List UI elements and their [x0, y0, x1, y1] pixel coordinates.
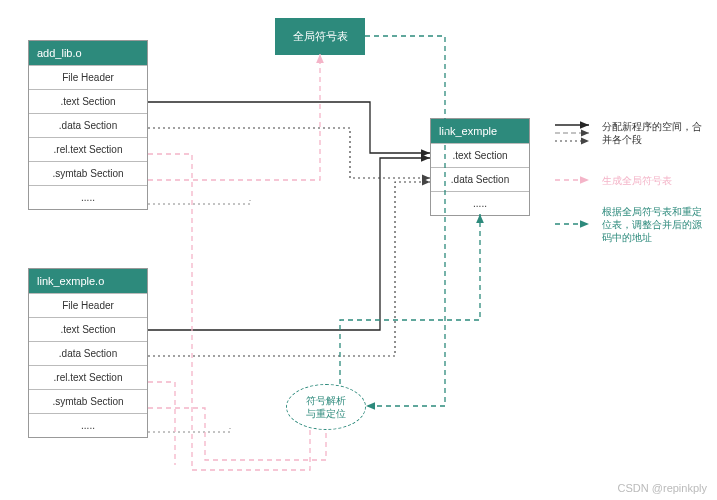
- box-link-exmple-o-header: link_exmple.o: [29, 269, 147, 293]
- arrow-obj1-data-to-output: [148, 128, 430, 178]
- global-symbol-table: 全局符号表: [275, 18, 365, 55]
- box-add-lib-row: .text Section: [29, 89, 147, 113]
- box-link-exmple-o-row: .data Section: [29, 341, 147, 365]
- legend-entry-reloc: 根据全局符号表和重定位表，调整合并后的源码中的地址: [555, 205, 702, 244]
- box-link-exmple-o: link_exmple.o File Header .text Section …: [28, 268, 148, 438]
- arrow-obj2-rest-to-output: [148, 428, 230, 432]
- arrow-obj2-data-to-output: [148, 182, 430, 356]
- watermark: CSDN @repinkply: [618, 482, 707, 494]
- box-link-exmple-o-row: File Header: [29, 293, 147, 317]
- arrow-global-to-ellipse: [365, 36, 445, 406]
- arrow-ellipse-to-output: [340, 214, 480, 384]
- arrow-obj2-text-to-output: [148, 158, 430, 330]
- box-add-lib-row: File Header: [29, 65, 147, 89]
- box-link-exmple-header: link_exmple: [431, 119, 529, 143]
- legend-arrow-pink: [555, 177, 593, 185]
- box-link-exmple-o-row: .rel.text Section: [29, 365, 147, 389]
- box-add-lib-row: .rel.text Section: [29, 137, 147, 161]
- box-link-exmple: link_exmple .text Section .data Section …: [430, 118, 530, 216]
- box-add-lib: add_lib.o File Header .text Section .dat…: [28, 40, 148, 210]
- symbol-resolve-ellipse: 符号解析 与重定位: [286, 384, 366, 430]
- diagram-canvas: add_lib.o File Header .text Section .dat…: [0, 0, 717, 500]
- box-link-exmple-row: .data Section: [431, 167, 529, 191]
- legend: 分配新程序的空间，合并各个段 生成全局符号表 根据全局符号表和重定位表，调整合并…: [555, 120, 702, 262]
- arrow-obj1-rel-to-ellipse: [148, 154, 310, 470]
- legend-text-merge: 分配新程序的空间，合并各个段: [602, 120, 702, 146]
- legend-arrow-solid-black: [555, 129, 593, 137]
- arrow-obj1-symtab-to-global: [148, 54, 320, 180]
- box-link-exmple-o-row: .symtab Section: [29, 389, 147, 413]
- ellipse-label: 符号解析 与重定位: [306, 394, 346, 420]
- legend-arrow-green: [555, 221, 593, 229]
- arrow-obj1-rest-to-output: [148, 200, 250, 204]
- box-link-exmple-o-row: .text Section: [29, 317, 147, 341]
- arrow-obj2-rel-to-ellipse: [148, 382, 175, 465]
- box-add-lib-header: add_lib.o: [29, 41, 147, 65]
- legend-entry-global: 生成全局符号表: [555, 174, 702, 187]
- box-link-exmple-o-row: .....: [29, 413, 147, 437]
- legend-text-reloc: 根据全局符号表和重定位表，调整合并后的源码中的地址: [602, 205, 702, 244]
- legend-text-global: 生成全局符号表: [602, 174, 702, 187]
- box-link-exmple-row: .text Section: [431, 143, 529, 167]
- box-add-lib-row: .symtab Section: [29, 161, 147, 185]
- legend-entry-merge: 分配新程序的空间，合并各个段: [555, 120, 702, 146]
- box-add-lib-row: .data Section: [29, 113, 147, 137]
- arrow-obj1-text-to-output: [148, 102, 430, 153]
- box-add-lib-row: .....: [29, 185, 147, 209]
- box-link-exmple-row: .....: [431, 191, 529, 215]
